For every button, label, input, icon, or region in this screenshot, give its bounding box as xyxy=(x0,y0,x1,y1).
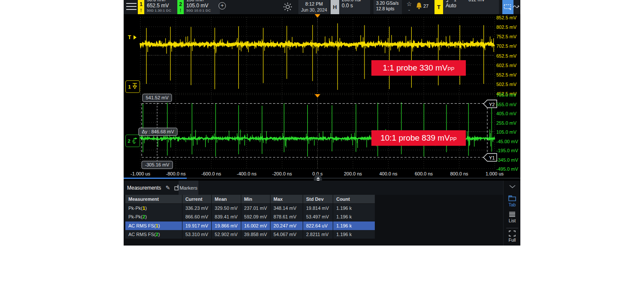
y-tick-ch2: 555.0 mV xyxy=(496,102,516,107)
x-tick: 800.0 ns xyxy=(450,171,468,176)
svg-text:Y1: Y1 xyxy=(489,155,495,160)
tab-markers[interactable]: Markers xyxy=(179,181,198,195)
channel1-number: 1 xyxy=(140,0,143,9)
tab-measurements[interactable]: Measurements ✎ xyxy=(124,181,182,195)
x-tick: 400.0 ns xyxy=(379,171,397,176)
collapse-chevron-icon[interactable] xyxy=(509,185,516,188)
y-tick-ch2: -45.00 mV xyxy=(496,139,518,144)
tab-view-icon xyxy=(508,195,516,201)
channel1-alert-icon: ! xyxy=(140,9,142,13)
clock-date: Jun 30, 2024 xyxy=(298,7,330,13)
graticule-and-waveforms: Y2Y1 xyxy=(124,14,520,170)
channel1-ground-marker[interactable]: 1 xyxy=(125,80,140,93)
table-row[interactable]: Pk-Pk(2)866.60 mV839.41 mV592.09 mV878.6… xyxy=(125,212,375,221)
zone-select-button[interactable] xyxy=(502,0,513,14)
svg-text:Y2: Y2 xyxy=(489,102,495,107)
y-tick-ch1: 852.5 mV xyxy=(496,15,516,20)
channel2-button[interactable]: 2 ! xyxy=(177,0,184,14)
add-channel-icon[interactable]: + xyxy=(219,2,226,9)
acquisition-settings[interactable]: 3.20 GSa/s 12.8 kpts xyxy=(374,0,402,14)
y-tick-ch2: 405.0 mV xyxy=(496,111,516,116)
table-row[interactable]: Pk-Pk(1)336.23 mV329.50 mV237.01 mV348.1… xyxy=(125,204,375,212)
annotation-ch2-probe: 10:1 probe 839 mVPP xyxy=(371,130,466,146)
y-tick-ch1: 802.5 mV xyxy=(496,25,516,30)
edge-trigger-icon xyxy=(446,0,451,3)
trigger-level-marker[interactable]: T xyxy=(128,34,137,40)
y-tick-ch2: 255.0 mV xyxy=(496,120,516,126)
y-tick-ch1: 552.5 mV xyxy=(496,72,516,77)
channel2-ground-icon xyxy=(132,137,138,144)
x-tick: -800.0 ns xyxy=(166,171,186,176)
zone-select-icon xyxy=(504,4,512,11)
sidebar-divider xyxy=(506,228,518,228)
channel2-number: 2 xyxy=(179,0,182,9)
clock-time: 8:12 PM xyxy=(298,1,330,7)
annotation-ch1-probe: 1:1 probe 330 mVPP xyxy=(371,60,466,76)
x-tick: -400.0 ns xyxy=(237,171,257,176)
channel2-coupling: 50Ω 10.0:1 DC xyxy=(184,9,220,13)
x-tick: 1.000 us xyxy=(486,171,504,176)
channel2-alert-icon: ! xyxy=(180,9,181,13)
waveform-display[interactable]: Y2Y1 T 1 2 1:1 probe 330 mVPP xyxy=(124,14,520,170)
channel1-button[interactable]: 1 ! xyxy=(138,0,144,14)
x-tick: 200.0 ns xyxy=(344,171,362,176)
y-tick-ch2: 105.0 mV xyxy=(496,129,516,135)
horizontal-settings[interactable]: 200.0 ns/ 0.0 s xyxy=(339,0,370,14)
x-tick: -200.0 ns xyxy=(272,171,292,176)
channel1-offset: 652.5 mV xyxy=(144,3,180,9)
clock[interactable]: 8:12 PM Jun 30, 2024 xyxy=(298,0,330,14)
y-tick-ch2: -195.0 mV xyxy=(496,148,518,153)
results-pane: Measurements ✎ Markers MeasurementCurren… xyxy=(124,181,520,246)
y-tick-ch1: 702.5 mV xyxy=(496,43,516,49)
sample-rate: 3.20 GSa/s xyxy=(374,0,402,6)
sidebar-item-list[interactable]: List xyxy=(504,212,520,223)
trigger-level-arrow-icon xyxy=(134,35,137,40)
y-tick-ch2: 705.0 mV xyxy=(496,92,516,98)
fullscreen-icon xyxy=(509,230,516,236)
memory-depth: 12.8 kpts xyxy=(374,6,402,12)
channel1-coupling: 50Ω 1.30:1 DC xyxy=(144,9,180,13)
edit-pencil-icon[interactable]: ✎ xyxy=(165,184,170,191)
y-tick-ch2: -345.0 mV xyxy=(496,157,518,163)
channel2-settings[interactable]: 150 mV/ 105.0 mV 50Ω 10.0:1 DC xyxy=(184,0,220,14)
horizontal-badge[interactable]: H xyxy=(331,0,339,14)
y-tick-ch1: 752.5 mV xyxy=(496,34,516,39)
marker-delta-value[interactable]: Δy : 846.68 mV xyxy=(138,128,177,136)
oscilloscope-screen: 1 ! 50.0 mV/ 652.5 mV 50Ω 1.30:1 DC 2 ! … xyxy=(124,0,520,246)
x-tick: -1.000 us xyxy=(131,171,150,176)
y-tick-ch1: 602.5 mV xyxy=(496,63,516,68)
sidebar-item-tab[interactable]: Tab xyxy=(504,195,520,207)
table-row[interactable]: AC RMS FS(1)19.917 mV19.866 mV16.002 mV2… xyxy=(125,221,375,230)
timebase-position: 0.0 s xyxy=(339,3,370,9)
marker-y1-value[interactable]: -305.16 mV xyxy=(142,161,173,169)
top-bar: 1 ! 50.0 mV/ 652.5 mV 50Ω 1.30:1 DC 2 ! … xyxy=(124,0,520,14)
x-tick: -600.0 ns xyxy=(201,171,221,176)
trigger-mode: Auto xyxy=(443,3,499,9)
y-tick-ch1: 652.5 mV xyxy=(496,53,516,58)
notifications-bell-icon[interactable] xyxy=(415,2,423,10)
channel1-settings[interactable]: 50.0 mV/ 652.5 mV 50Ω 1.30:1 DC xyxy=(144,0,180,14)
table-header-row: MeasurementCurrentMeanMinMaxStd DevCount xyxy=(125,195,375,203)
marker-y2-value[interactable]: 541.52 mV xyxy=(142,94,172,102)
trigger-settings[interactable]: 1 812 mV Auto xyxy=(443,0,499,14)
trigger-level: 812 mV xyxy=(468,0,485,3)
results-sidebar: Tab List Full xyxy=(503,181,520,246)
divider-up-arrow-icon xyxy=(316,177,320,179)
y-tick-ch1: 502.5 mV xyxy=(496,82,516,87)
measurements-table: MeasurementCurrentMeanMinMaxStd DevCount… xyxy=(125,195,375,239)
channel2-offset: 105.0 mV xyxy=(184,3,220,9)
channel1-offscreen-arrow-icon xyxy=(132,83,137,90)
table-row[interactable]: AC RMS FS(2)53.310 mV52.902 mV39.858 mV5… xyxy=(125,230,375,239)
list-view-icon xyxy=(509,212,516,217)
notification-count: 27 xyxy=(423,3,428,9)
trigger-badge[interactable]: T xyxy=(434,0,443,14)
horizontal-scroll-thumb[interactable] xyxy=(124,178,187,179)
brightness-icon[interactable] xyxy=(283,2,292,12)
presets-star-icon[interactable]: ☆ ⌄ xyxy=(404,0,414,11)
results-tab-bar: Measurements ✎ Markers xyxy=(124,181,503,195)
waveform-math-icon[interactable] xyxy=(513,3,520,10)
x-tick: 600.0 ns xyxy=(415,171,433,176)
sidebar-item-full[interactable]: Full xyxy=(504,230,520,243)
hamburger-menu-icon[interactable] xyxy=(126,3,137,11)
channel2-ground-marker[interactable]: 2 xyxy=(125,135,140,147)
